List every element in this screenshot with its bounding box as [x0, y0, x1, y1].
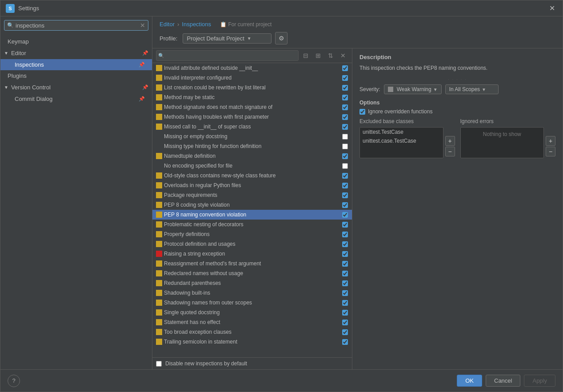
item-checkbox[interactable] — [341, 182, 348, 189]
list-item[interactable]: Method signature does not match signatur… — [152, 102, 352, 112]
item-checkbox[interactable] — [341, 64, 348, 72]
list-item[interactable]: Namedtuple definition — [152, 151, 352, 161]
sidebar-item-editor[interactable]: ▼ Editor 📌 — [0, 47, 152, 59]
item-checkbox[interactable] — [341, 221, 348, 228]
excluded-remove-button[interactable]: − — [445, 147, 455, 156]
list-item[interactable]: Redeclared names without usage — [152, 268, 352, 278]
apply-button[interactable]: Apply — [524, 375, 555, 387]
item-checkbox[interactable] — [341, 240, 348, 248]
excluded-title: Excluded base classes — [359, 118, 414, 124]
item-checkbox[interactable] — [341, 172, 348, 179]
list-item[interactable]: Property definitions — [152, 229, 352, 239]
gear-icon: ⚙ — [279, 35, 284, 42]
profile-gear-button[interactable]: ⚙ — [275, 32, 287, 44]
bottom-bar: ? OK Cancel Apply — [0, 369, 563, 392]
list-item[interactable]: Shadowing names from outer scopes — [152, 298, 352, 308]
item-checkbox[interactable] — [341, 299, 348, 306]
excluded-add-button[interactable]: + — [445, 136, 455, 146]
item-checkbox[interactable] — [341, 309, 348, 316]
help-button[interactable]: ? — [8, 375, 20, 387]
disable-new-inspections-checkbox[interactable] — [156, 361, 162, 367]
item-checkbox[interactable] — [341, 123, 348, 130]
sidebar-item-inspections[interactable]: Inspections 📌 — [0, 59, 152, 70]
item-checkbox[interactable] — [341, 211, 348, 218]
item-checkbox[interactable] — [341, 192, 348, 199]
list-item[interactable]: List creation could be rewritten by list… — [152, 83, 352, 92]
ok-button[interactable]: OK — [457, 375, 482, 387]
clear-button[interactable]: ✕ — [338, 50, 348, 61]
item-checkbox[interactable] — [341, 94, 348, 101]
list-item[interactable]: Missing or empty docstring — [152, 132, 352, 141]
list-item[interactable]: Raising a string exception — [152, 249, 352, 259]
item-checkbox[interactable] — [341, 113, 348, 120]
chevron-down-icon: ▼ — [433, 87, 438, 92]
list-item[interactable]: Reassignment of method's first argument — [152, 259, 352, 268]
list-item[interactable]: Methods having troubles with first param… — [152, 112, 352, 122]
ignored-errors-add-button[interactable]: + — [546, 136, 555, 146]
sidebar-search-input[interactable] — [16, 22, 140, 29]
item-checkbox[interactable] — [341, 250, 348, 257]
list-item[interactable]: PEP 8 coding style violation — [152, 200, 352, 210]
list-item[interactable]: Method may be static — [152, 92, 352, 102]
breadcrumb-parent[interactable]: Editor — [160, 21, 175, 28]
item-label: Methods having troubles with first param… — [164, 114, 339, 120]
sidebar-item-commit-dialog[interactable]: Commit Dialog 📌 — [0, 93, 152, 104]
close-button[interactable]: ✕ — [547, 3, 557, 14]
ignored-errors-remove-button[interactable]: − — [546, 147, 555, 156]
list-item[interactable]: Package requirements — [152, 190, 352, 200]
item-checkbox[interactable] — [341, 84, 348, 91]
sidebar-item-keymap[interactable]: Keymap — [0, 36, 152, 47]
excluded-list-item[interactable]: unittest.TestCase — [360, 128, 443, 136]
sort-button[interactable]: ⇅ — [325, 50, 336, 61]
filter-button[interactable]: ⊟ — [300, 50, 311, 61]
sidebar-search-box[interactable]: 🔍 ✕ — [4, 20, 148, 31]
item-checkbox[interactable] — [341, 328, 348, 336]
item-checkbox[interactable] — [341, 143, 348, 150]
group-by-button[interactable]: ⊞ — [313, 50, 323, 61]
list-item[interactable]: Invalid attribute defined outside __init… — [152, 63, 352, 73]
excluded-list[interactable]: unittest.TestCase unittest.case.TestCase — [359, 127, 443, 158]
list-item[interactable]: Overloads in regular Python files — [152, 180, 352, 190]
resizer-handle[interactable]: · · · · · — [359, 77, 555, 81]
ignore-overridden-checkbox[interactable] — [359, 109, 365, 115]
inspections-search-input[interactable] — [166, 50, 296, 61]
sidebar-item-plugins[interactable]: Plugins — [0, 70, 152, 81]
list-item[interactable]: Statement has no effect — [152, 317, 352, 327]
list-item[interactable]: Shadowing built-ins — [152, 288, 352, 298]
item-checkbox[interactable] — [341, 152, 348, 160]
list-item[interactable]: Single quoted docstring — [152, 308, 352, 317]
list-item[interactable]: Protocol definition and usages — [152, 239, 352, 249]
list-item[interactable]: Missed call to __init__ of super class — [152, 122, 352, 132]
list-item[interactable]: Problematic nesting of decorators — [152, 220, 352, 229]
list-item[interactable]: Too broad exception clauses — [152, 327, 352, 337]
list-item-selected[interactable]: PEP 8 naming convention violation — [152, 210, 352, 220]
list-item[interactable]: Trailing semicolon in statement — [152, 337, 352, 347]
list-item[interactable]: Missing type hinting for function defini… — [152, 141, 352, 151]
item-checkbox[interactable] — [341, 289, 348, 296]
item-checkbox[interactable] — [341, 270, 348, 277]
scope-dropdown[interactable]: In All Scopes ▼ — [445, 84, 499, 94]
item-checkbox[interactable] — [341, 280, 348, 287]
list-item[interactable]: Redundant parentheses — [152, 278, 352, 288]
excluded-list-item[interactable]: unittest.case.TestCase — [360, 136, 443, 145]
sidebar-item-version-control[interactable]: ▼ Version Control 📌 — [0, 81, 152, 93]
breadcrumb-project[interactable]: 📋 For current project — [220, 21, 272, 28]
severity-dropdown[interactable]: Weak Warning ▼ — [384, 84, 442, 94]
profile-dropdown[interactable]: Project Default Project ▼ — [183, 33, 272, 44]
item-checkbox[interactable] — [341, 319, 348, 326]
list-item[interactable]: Invalid interpreter configured — [152, 73, 352, 83]
item-checkbox[interactable] — [341, 201, 348, 208]
item-checkbox[interactable] — [341, 74, 348, 81]
list-item[interactable]: Old-style class contains new-style class… — [152, 171, 352, 180]
item-checkbox[interactable] — [341, 231, 348, 238]
item-checkbox[interactable] — [341, 104, 348, 111]
item-checkbox[interactable] — [341, 338, 348, 345]
list-item[interactable]: No encoding specified for file — [152, 161, 352, 171]
item-checkbox[interactable] — [341, 162, 348, 169]
ignored-errors-list[interactable]: Nothing to show — [460, 127, 544, 158]
cancel-button[interactable]: Cancel — [486, 375, 520, 387]
item-checkbox[interactable] — [341, 133, 348, 140]
item-label: No encoding specified for file — [164, 163, 339, 169]
search-clear-icon[interactable]: ✕ — [140, 22, 145, 29]
item-checkbox[interactable] — [341, 260, 348, 267]
